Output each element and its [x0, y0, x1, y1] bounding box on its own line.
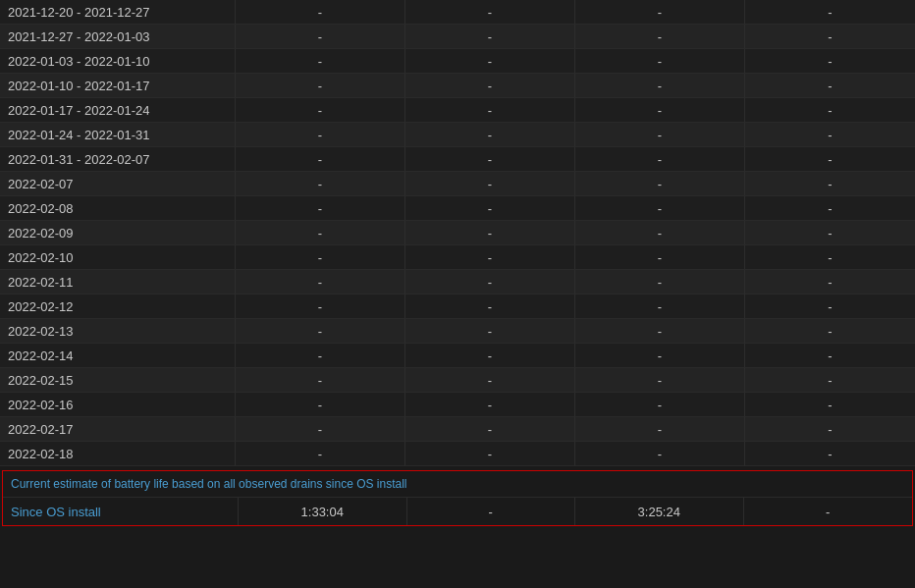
date-cell: 2022-01-31 - 2022-02-07	[0, 147, 236, 171]
value-cell: -	[405, 442, 575, 465]
summary-val3-cell: 3:25:24	[575, 498, 744, 525]
date-cell: 2022-02-13	[0, 319, 236, 343]
value-cell: -	[575, 98, 745, 122]
value-cell: -	[405, 172, 575, 195]
value-cell: -	[575, 417, 745, 441]
value-cell: -	[405, 368, 575, 392]
value-cell: -	[236, 417, 405, 441]
value-cell: -	[745, 270, 915, 294]
table-row: 2021-12-20 - 2021-12-27----	[0, 0, 915, 25]
value-cell: -	[405, 147, 575, 171]
summary-val2: -	[489, 505, 493, 519]
value-cell: -	[236, 49, 405, 73]
table-row: 2022-02-12----	[0, 294, 915, 319]
value-cell: -	[745, 98, 915, 122]
summary-box: Current estimate of battery life based o…	[2, 470, 913, 526]
value-cell: -	[575, 270, 745, 294]
table-row: 2022-02-16----	[0, 393, 915, 417]
value-cell: -	[236, 25, 405, 48]
summary-description: Current estimate of battery life based o…	[3, 471, 912, 498]
table-row: 2022-02-13----	[0, 319, 915, 344]
date-cell: 2022-01-03 - 2022-01-10	[0, 49, 236, 73]
value-cell: -	[405, 221, 575, 244]
value-cell: -	[745, 294, 915, 318]
value-cell: -	[405, 270, 575, 294]
since-os-label: Since OS install	[11, 505, 101, 519]
date-cell: 2022-01-24 - 2022-01-31	[0, 123, 236, 146]
table-row: 2022-01-17 - 2022-01-24----	[0, 98, 915, 123]
date-cell: 2022-01-17 - 2022-01-24	[0, 98, 236, 122]
table-row: 2022-01-03 - 2022-01-10----	[0, 49, 915, 74]
table-row: 2022-02-18----	[0, 442, 915, 466]
value-cell: -	[405, 245, 575, 269]
table-row: 2022-01-24 - 2022-01-31----	[0, 123, 915, 147]
date-cell: 2022-02-09	[0, 221, 236, 244]
date-cell: 2022-02-15	[0, 368, 236, 392]
value-cell: -	[575, 49, 745, 73]
date-cell: 2022-02-18	[0, 442, 236, 465]
value-cell: -	[575, 245, 745, 269]
table-row: 2022-02-11----	[0, 270, 915, 294]
value-cell: -	[405, 294, 575, 318]
table-row: 2022-02-08----	[0, 196, 915, 221]
date-cell: 2022-02-07	[0, 172, 236, 195]
value-cell: -	[745, 442, 915, 465]
value-cell: -	[236, 294, 405, 318]
date-cell: 2022-01-10 - 2022-01-17	[0, 74, 236, 97]
value-cell: -	[745, 172, 915, 195]
table-row: 2022-02-14----	[0, 344, 915, 368]
date-cell: 2022-02-16	[0, 393, 236, 416]
value-cell: -	[745, 417, 915, 441]
value-cell: -	[405, 98, 575, 122]
date-cell: 2022-02-14	[0, 344, 236, 367]
value-cell: -	[575, 0, 745, 24]
value-cell: -	[575, 74, 745, 97]
date-cell: 2021-12-27 - 2022-01-03	[0, 25, 236, 48]
value-cell: -	[575, 368, 745, 392]
table-row: 2022-01-31 - 2022-02-07----	[0, 147, 915, 172]
value-cell: -	[405, 25, 575, 48]
value-cell: -	[236, 344, 405, 367]
value-cell: -	[745, 49, 915, 73]
summary-val4-cell: -	[744, 498, 913, 525]
date-cell: 2022-02-17	[0, 417, 236, 441]
date-cell: 2022-02-12	[0, 294, 236, 318]
value-cell: -	[236, 98, 405, 122]
value-cell: -	[405, 49, 575, 73]
value-cell: -	[236, 172, 405, 195]
table-row: 2022-02-15----	[0, 368, 915, 393]
value-cell: -	[405, 417, 575, 441]
date-cell: 2022-02-08	[0, 196, 236, 220]
value-cell: -	[236, 74, 405, 97]
value-cell: -	[405, 123, 575, 146]
value-cell: -	[236, 196, 405, 220]
value-cell: -	[745, 344, 915, 367]
table-row: 2022-02-10----	[0, 245, 915, 270]
value-cell: -	[745, 393, 915, 416]
value-cell: -	[236, 442, 405, 465]
value-cell: -	[405, 393, 575, 416]
battery-table: 2021-12-20 - 2021-12-27----2021-12-27 - …	[0, 0, 915, 526]
value-cell: -	[236, 319, 405, 343]
value-cell: -	[575, 294, 745, 318]
value-cell: -	[405, 74, 575, 97]
value-cell: -	[405, 196, 575, 220]
value-cell: -	[745, 25, 915, 48]
table-row: 2022-01-10 - 2022-01-17----	[0, 74, 915, 98]
value-cell: -	[575, 319, 745, 343]
value-cell: -	[236, 221, 405, 244]
summary-val1-cell: 1:33:04	[239, 498, 407, 525]
value-cell: -	[745, 319, 915, 343]
table-row: 2022-02-17----	[0, 417, 915, 442]
value-cell: -	[236, 270, 405, 294]
value-cell: -	[745, 147, 915, 171]
summary-val2-cell: -	[407, 498, 576, 525]
value-cell: -	[405, 319, 575, 343]
value-cell: -	[575, 147, 745, 171]
date-cell: 2021-12-20 - 2021-12-27	[0, 0, 236, 24]
value-cell: -	[236, 147, 405, 171]
summary-val1: 1:33:04	[301, 505, 344, 519]
value-cell: -	[236, 393, 405, 416]
value-cell: -	[745, 74, 915, 97]
value-cell: -	[575, 393, 745, 416]
